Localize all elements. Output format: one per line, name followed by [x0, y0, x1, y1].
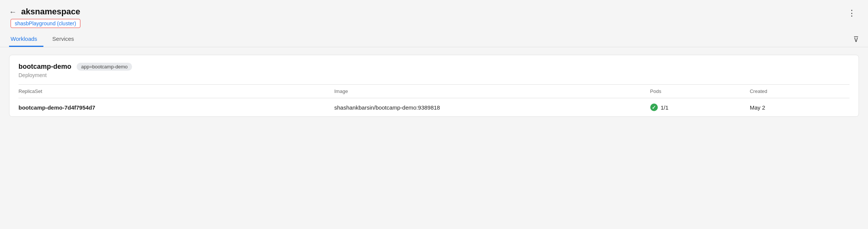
pods-cell: ✓ 1/1	[650, 98, 750, 117]
tabs: Workloads Services	[9, 32, 88, 47]
image-name: shashankbarsin/bootcamp-demo:9389818	[334, 98, 650, 117]
title-row: ← aksnamespace	[9, 7, 80, 17]
cluster-badge[interactable]: shasbPlayground (cluster)	[11, 19, 80, 28]
main-content: bootcamp-demo app=bootcamp-demo Deployme…	[0, 47, 868, 124]
workload-type: Deployment	[18, 72, 850, 78]
table-header-row: ReplicaSet Image Pods Created	[18, 85, 850, 98]
col-header-image: Image	[334, 85, 650, 98]
col-header-created: Created	[750, 85, 850, 98]
tab-workloads[interactable]: Workloads	[9, 32, 43, 47]
tab-services[interactable]: Services	[51, 32, 80, 47]
col-header-pods: Pods	[650, 85, 750, 98]
more-options-button[interactable]: ⋮	[845, 7, 859, 20]
pods-status-icon: ✓	[650, 104, 658, 111]
replicaset-name: bootcamp-demo-7d4f7954d7	[18, 98, 334, 117]
header-left: ← aksnamespace shasbPlayground (cluster)	[9, 7, 80, 28]
back-button[interactable]: ←	[9, 8, 17, 16]
created-date: May 2	[750, 98, 850, 117]
page-title: aksnamespace	[21, 7, 80, 17]
card-header: bootcamp-demo app=bootcamp-demo	[18, 63, 850, 71]
pods-count: 1/1	[661, 104, 669, 111]
tabs-row: Workloads Services ⊽	[0, 32, 868, 47]
col-header-replicaset: ReplicaSet	[18, 85, 334, 98]
workload-name: bootcamp-demo	[18, 63, 71, 71]
page-header: ← aksnamespace shasbPlayground (cluster)…	[0, 0, 868, 28]
workload-label-badge: app=bootcamp-demo	[77, 63, 132, 71]
table-row[interactable]: bootcamp-demo-7d4f7954d7 shashankbarsin/…	[18, 98, 850, 117]
replicaset-table: ReplicaSet Image Pods Created bootcamp-d…	[18, 84, 850, 116]
filter-button[interactable]: ⊽	[853, 35, 859, 44]
workload-card: bootcamp-demo app=bootcamp-demo Deployme…	[9, 55, 859, 117]
